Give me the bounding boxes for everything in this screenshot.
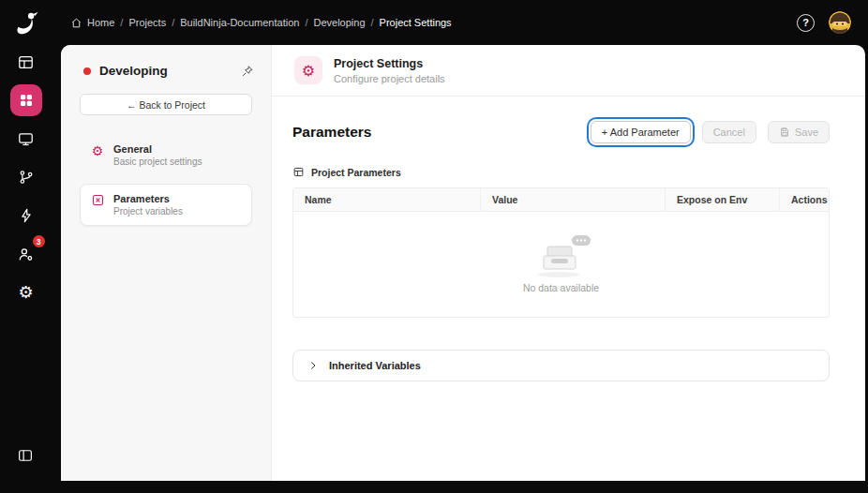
sidebar-item-parameters[interactable]: Parameters Project variables: [80, 184, 252, 226]
rail-item-overview[interactable]: [10, 46, 42, 78]
save-button[interactable]: Save: [768, 121, 830, 143]
pin-icon[interactable]: [241, 65, 254, 78]
rail-item-runs[interactable]: [10, 200, 42, 232]
git-branch-icon: [18, 169, 35, 186]
project-name: Developing: [99, 64, 168, 78]
topbar-actions: ?: [797, 11, 851, 34]
settings-nav: ⚙ General Basic project settings: [61, 134, 271, 226]
breadcrumb-separator: /: [120, 17, 123, 28]
rail-item-users[interactable]: 3: [10, 238, 42, 270]
collapse-sidebar-button[interactable]: [9, 440, 41, 471]
parameters-table: Name Value Expose on Env Actions: [292, 187, 830, 318]
breadcrumb-home[interactable]: Home: [87, 17, 114, 28]
nav-rail: 3 ⚙: [0, 0, 52, 493]
breadcrumb: Home / Projects / BuildNinja-Documentati…: [70, 17, 452, 29]
cancel-button[interactable]: Cancel: [702, 121, 756, 143]
empty-state: No data available: [293, 212, 829, 317]
rail-item-settings[interactable]: ⚙: [10, 276, 42, 308]
breadcrumb-separator: /: [172, 17, 174, 28]
inherited-variables-panel[interactable]: Inherited Variables: [292, 350, 830, 381]
column-header-name: Name: [293, 188, 481, 211]
column-header-value: Value: [481, 188, 666, 211]
breadcrumb-separator: /: [371, 17, 374, 28]
parameters-section: Parameters + Add Parameter Cancel Save: [272, 97, 865, 481]
breadcrumb-separator: /: [305, 17, 307, 28]
breadcrumb-buildninja-documentation[interactable]: BuildNinja-Documentation: [180, 17, 299, 28]
user-avatar[interactable]: [829, 11, 851, 34]
page-header: ⚙ Project Settings Configure project det…: [272, 45, 865, 97]
project-header: Developing: [61, 64, 271, 78]
help-button[interactable]: ?: [797, 14, 815, 32]
page-subtitle: Configure project details: [334, 73, 445, 84]
empty-inbox-icon: [531, 235, 592, 278]
dashboard-icon: [17, 53, 35, 71]
settings-content: ⚙ Project Settings Configure project det…: [272, 45, 865, 481]
column-header-expose-on-env: Expose on Env: [666, 188, 780, 211]
sidebar-item-text: General Basic project settings: [113, 143, 202, 167]
user-gear-icon: [17, 246, 35, 263]
breadcrumb-project-settings[interactable]: Project Settings: [380, 17, 452, 28]
table-icon: [292, 166, 305, 178]
section-header-row: Parameters + Add Parameter Cancel Save: [292, 121, 830, 143]
app-window: 3 ⚙ Home / Projects / BuildNinja-Docum: [0, 0, 868, 493]
page-header-text: Project Settings Configure project detai…: [334, 57, 445, 84]
sidebar-item-label: Parameters: [113, 193, 183, 204]
project-settings-gear-icon: ⚙: [294, 56, 322, 84]
gear-icon: ⚙: [18, 284, 33, 301]
add-parameter-button[interactable]: + Add Parameter: [591, 121, 691, 143]
section-title: Parameters: [292, 124, 371, 141]
section-actions: + Add Parameter Cancel Save: [591, 121, 830, 143]
project-status-dot: [83, 67, 91, 75]
main-panel: Developing ← Back to Project ⚙ General B…: [61, 45, 865, 481]
rail-item-agents[interactable]: [10, 123, 42, 155]
lightning-icon: [18, 207, 35, 224]
save-floppy-icon: [779, 127, 790, 138]
parameters-icon: [90, 193, 105, 207]
project-sidebar: Developing ← Back to Project ⚙ General B…: [61, 45, 272, 481]
chevron-right-icon: [307, 360, 319, 371]
breadcrumb-projects[interactable]: Projects: [128, 17, 166, 28]
app-logo-icon[interactable]: [11, 7, 41, 37]
save-button-label: Save: [795, 127, 818, 138]
home-icon: [70, 17, 82, 29]
project-parameters-group: Project Parameters: [292, 166, 830, 178]
page-title: Project Settings: [334, 57, 445, 70]
column-header-actions: Actions: [780, 188, 839, 211]
rail-item-projects[interactable]: [10, 84, 42, 116]
group-label: Project Parameters: [311, 167, 401, 178]
sidebar-toggle-icon: [17, 447, 34, 464]
table-header-row: Name Value Expose on Env Actions: [293, 188, 829, 212]
inherited-variables-label: Inherited Variables: [329, 360, 421, 371]
projects-grid-icon: [18, 92, 35, 109]
breadcrumb-developing[interactable]: Developing: [313, 17, 365, 28]
empty-state-text: No data available: [523, 282, 599, 293]
ninja-avatar-icon: [829, 11, 851, 34]
monitor-icon: [17, 130, 35, 148]
notification-badge: 3: [33, 235, 45, 247]
sidebar-item-subtitle: Basic project settings: [113, 157, 202, 167]
sidebar-item-label: General: [113, 143, 202, 155]
sidebar-item-subtitle: Project variables: [113, 206, 183, 217]
general-gear-icon: ⚙: [90, 143, 105, 158]
back-to-project-button[interactable]: ← Back to Project: [80, 94, 252, 115]
bird-logo-icon: [12, 8, 40, 37]
top-bar: Home / Projects / BuildNinja-Documentati…: [52, 0, 868, 45]
rail-item-vcs[interactable]: [10, 161, 42, 193]
sidebar-item-general[interactable]: ⚙ General Basic project settings: [80, 134, 252, 176]
sidebar-item-text: Parameters Project variables: [113, 193, 183, 217]
